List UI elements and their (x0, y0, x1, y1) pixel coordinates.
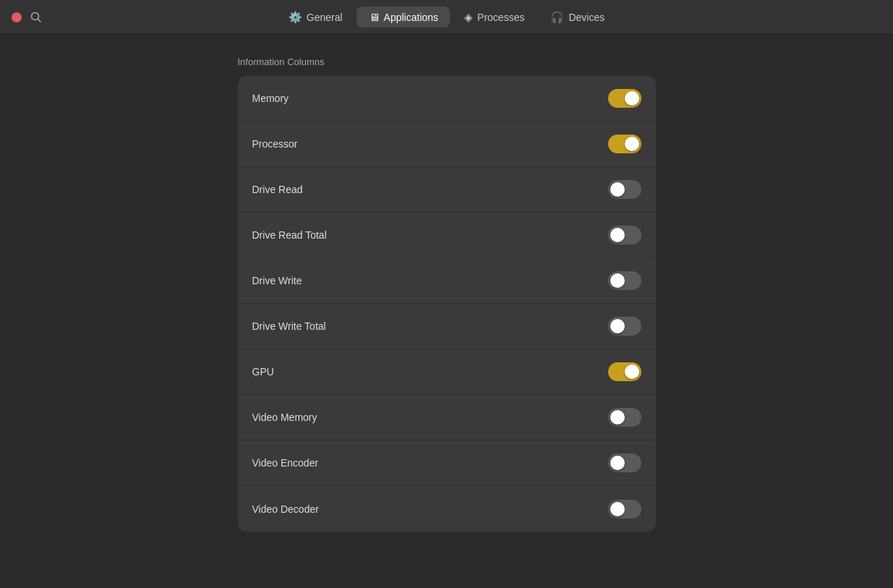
tab-applications-label: Applications (384, 12, 439, 23)
toggle-thumb-drive-write (610, 273, 625, 288)
setting-label-video-encoder: Video Encoder (252, 457, 319, 469)
toggle-thumb-drive-read-total (610, 228, 625, 242)
tab-general[interactable]: ⚙️General (277, 7, 354, 28)
setting-row-drive-write-total: Drive Write Total (238, 304, 656, 349)
tab-devices[interactable]: 🎧Devices (539, 7, 616, 28)
toggle-thumb-video-decoder (610, 502, 625, 516)
toggle-drive-write-total[interactable] (608, 317, 641, 336)
setting-label-drive-read-total: Drive Read Total (252, 229, 327, 241)
general-tab-icon: ⚙️ (289, 11, 302, 24)
search-button[interactable] (30, 12, 42, 23)
setting-row-video-memory: Video Memory (238, 395, 656, 440)
toggle-gpu[interactable] (608, 362, 641, 381)
section-title: Information Columns (238, 56, 325, 67)
tab-processes-label: Processes (477, 12, 524, 23)
setting-label-drive-write: Drive Write (252, 275, 302, 286)
toggle-thumb-video-encoder (610, 456, 625, 470)
toggle-thumb-video-memory (610, 410, 625, 425)
main-content: Information Columns MemoryProcessorDrive… (0, 35, 893, 553)
svg-line-1 (38, 19, 41, 22)
toggle-memory[interactable] (608, 89, 641, 108)
setting-label-drive-write-total: Drive Write Total (252, 320, 326, 332)
setting-row-gpu: GPU (238, 349, 656, 395)
toggle-drive-read-total[interactable] (608, 226, 641, 244)
setting-label-video-memory: Video Memory (252, 412, 317, 423)
setting-row-drive-read: Drive Read (238, 167, 656, 213)
toggle-video-decoder[interactable] (608, 500, 641, 519)
setting-label-processor: Processor (252, 138, 298, 150)
toggle-video-encoder[interactable] (608, 453, 641, 472)
tab-general-label: General (307, 12, 343, 23)
tab-devices-label: Devices (568, 12, 604, 23)
nav-tabs: ⚙️General🖥Applications◈Processes🎧Devices (277, 7, 616, 28)
toggle-thumb-gpu (625, 365, 639, 379)
setting-row-video-encoder: Video Encoder (238, 440, 656, 486)
devices-tab-icon: 🎧 (550, 11, 564, 24)
tab-processes[interactable]: ◈Processes (453, 7, 536, 28)
setting-label-memory: Memory (252, 93, 289, 104)
toggle-processor[interactable] (608, 135, 641, 153)
toggle-thumb-drive-read (610, 182, 625, 197)
setting-row-memory: Memory (238, 76, 656, 122)
setting-label-gpu: GPU (252, 366, 274, 378)
traffic-lights (12, 12, 22, 22)
setting-row-drive-read-total: Drive Read Total (238, 213, 656, 258)
toggle-drive-write[interactable] (608, 271, 641, 290)
toggle-video-memory[interactable] (608, 408, 641, 427)
toggle-thumb-processor (625, 137, 639, 151)
titlebar: ⚙️General🖥Applications◈Processes🎧Devices (0, 0, 893, 35)
setting-row-drive-write: Drive Write (238, 258, 656, 304)
processes-tab-icon: ◈ (464, 11, 473, 24)
toggle-thumb-memory (625, 91, 639, 106)
close-button[interactable] (12, 12, 22, 22)
toggle-drive-read[interactable] (608, 180, 641, 199)
setting-row-video-decoder: Video Decoder (238, 486, 656, 532)
setting-label-video-decoder: Video Decoder (252, 503, 319, 515)
settings-panel: MemoryProcessorDrive ReadDrive Read Tota… (238, 76, 656, 532)
setting-row-processor: Processor (238, 122, 656, 167)
tab-applications[interactable]: 🖥Applications (357, 7, 450, 27)
setting-label-drive-read: Drive Read (252, 184, 303, 195)
toggle-thumb-drive-write-total (610, 319, 625, 333)
applications-tab-icon: 🖥 (369, 11, 380, 23)
